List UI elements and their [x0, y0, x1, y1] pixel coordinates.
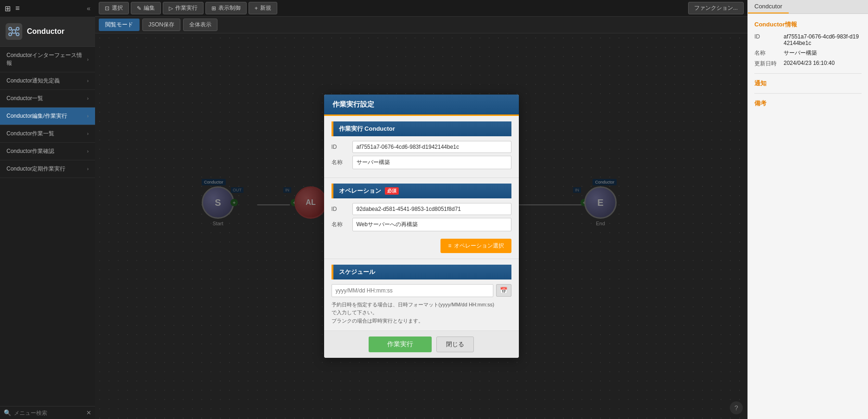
sidebar-nav: Conductorインターフェース情報 › Conductor通知先定義 › C…	[0, 47, 95, 406]
required-badge: 必須	[385, 187, 399, 195]
sidebar-logo	[6, 23, 22, 40]
svg-point-4	[16, 33, 19, 36]
conductor-section-header: 作業実行 Conductor	[332, 121, 511, 136]
new-button[interactable]: + 新規	[249, 2, 277, 14]
chevron-icon: ›	[87, 131, 89, 136]
sidebar-header: Conductor	[0, 17, 95, 47]
operation-name-label: 名称	[332, 221, 352, 229]
view-control-button[interactable]: ⊞ 表示制御	[205, 2, 247, 14]
json-save-button[interactable]: JSON保存	[142, 19, 180, 31]
sidebar-title: Conductor	[27, 27, 64, 36]
conductor-id-value: af7551a7-0676-4cd6-983f-d1942144be1c	[352, 141, 511, 153]
schedule-section-title: スケジュール	[339, 268, 375, 276]
notification-label: 通知	[754, 79, 862, 88]
svg-line-8	[15, 32, 16, 34]
select-button[interactable]: ⊡ 選択	[99, 2, 129, 14]
edit-icon: ✎	[137, 5, 141, 12]
list-icon[interactable]: ≡	[15, 4, 19, 13]
calendar-icon: 📅	[500, 287, 508, 294]
sidebar-item-notification[interactable]: Conductor通知先定義 ›	[0, 72, 95, 90]
schedule-input-row: 📅	[332, 284, 511, 297]
work-execute-button[interactable]: 作業実行	[369, 336, 432, 352]
conductor-tab[interactable]: Condcutor	[748, 0, 789, 13]
schedule-input[interactable]	[332, 284, 493, 297]
modal-overlay: 作業実行設定 作業実行 Conductor ID af7551a7-0676-4…	[95, 33, 747, 419]
memo-label: 備考	[754, 99, 862, 108]
operation-id-label: ID	[332, 206, 352, 212]
conductor-name-label: 名称	[332, 159, 352, 166]
right-panel-id-label: ID	[754, 33, 780, 46]
operation-id-field: ID 92dabea2-d581-4541-9853-1cd8051f8d71	[332, 203, 511, 215]
right-panel-updated-value: 2024/04/23 16:10:40	[784, 60, 835, 68]
view-mode-button[interactable]: 閲覧モード	[99, 19, 140, 31]
right-panel-tabs: Condcutor	[748, 0, 868, 14]
operation-name-value: Webサーバーへの再構築	[352, 218, 511, 231]
edit-button[interactable]: ✎ 編集	[131, 2, 161, 14]
toolbar: ⊡ 選択 ✎ 編集 ▷ 作業実行 ⊞ 表示制御 + 新規 ファンクション...	[95, 0, 747, 17]
execute-button[interactable]: ▷ 作業実行	[163, 2, 204, 14]
work-execute-modal: 作業実行設定 作業実行 Conductor ID af7551a7-0676-4…	[324, 95, 519, 358]
right-panel-name-label: 名称	[754, 49, 780, 57]
sidebar-item-scheduled[interactable]: Conductor定期作業実行 ›	[0, 160, 95, 178]
modal-title: 作業実行設定	[332, 100, 374, 108]
sidebar-top-bar: ⊞ ≡ «	[0, 0, 95, 17]
schedule-section-header: スケジュール	[332, 265, 511, 279]
function-button[interactable]: ファンクション...	[688, 2, 744, 14]
modal-close-button[interactable]: 閉じる	[436, 336, 474, 352]
collapse-icon[interactable]: «	[87, 5, 90, 12]
operation-section-header: オペレーション 必須	[332, 184, 511, 198]
select-icon: ⊡	[105, 5, 109, 12]
right-panel-content: Conductor情報 ID af7551a7-0676-4cd6-983f-d…	[748, 14, 868, 419]
conductor-name-value: サーバー構築	[352, 156, 511, 169]
right-panel-updated-label: 更新日時	[754, 60, 780, 68]
calendar-button[interactable]: 📅	[496, 284, 511, 297]
operation-select-button[interactable]: ≡ オペレーション選択	[440, 239, 511, 253]
chevron-icon: ›	[87, 78, 89, 83]
conductor-id-label: ID	[332, 144, 352, 150]
sidebar-item-edit[interactable]: Conductor編集/作業実行 ›	[0, 108, 95, 125]
right-panel-divider	[754, 73, 862, 74]
operation-id-value: 92dabea2-d581-4541-9853-1cd8051f8d71	[352, 203, 511, 215]
right-panel-updated-row: 更新日時 2024/04/23 16:10:40	[754, 60, 862, 68]
conductor-section-title: 作業実行 Conductor	[339, 125, 395, 133]
view-all-button[interactable]: 全体表示	[183, 19, 217, 31]
main-area: ⊡ 選択 ✎ 編集 ▷ 作業実行 ⊞ 表示制御 + 新規 ファンクション... …	[95, 0, 747, 419]
right-panel: Condcutor Conductor情報 ID af7551a7-0676-4…	[747, 0, 868, 419]
new-icon: +	[255, 5, 258, 12]
sub-toolbar: 閲覧モード JSON保存 全体表示	[95, 17, 747, 33]
view-icon: ⊞	[211, 5, 216, 12]
conductor-info-title: Conductor情報	[754, 20, 862, 29]
sidebar-item-work-list[interactable]: Conductor作業一覧 ›	[0, 125, 95, 143]
conductor-section: 作業実行 Conductor ID af7551a7-0676-4cd6-983…	[324, 116, 519, 178]
modal-footer: 作業実行 閉じる	[324, 331, 519, 358]
search-icon: 🔍	[4, 409, 11, 416]
right-panel-id-row: ID af7551a7-0676-4cd6-983f-d1942144be1c	[754, 33, 862, 46]
operation-section: オペレーション 必須 ID 92dabea2-d581-4541-9853-1c…	[324, 178, 519, 259]
sidebar-item-interface[interactable]: Conductorインターフェース情報 ›	[0, 47, 95, 72]
svg-point-1	[9, 27, 12, 30]
sidebar-item-work-confirm[interactable]: Conductor作業確認 ›	[0, 143, 95, 160]
sidebar: ⊞ ≡ « Conductor Conductorインターフェース情報 ›	[0, 0, 95, 419]
sidebar-item-list[interactable]: Conductor一覧 ›	[0, 90, 95, 108]
chevron-icon: ›	[87, 114, 89, 119]
modal-body: 作業実行 Conductor ID af7551a7-0676-4cd6-983…	[324, 116, 519, 331]
chevron-icon: ›	[87, 57, 89, 62]
search-input[interactable]	[14, 410, 83, 416]
execute-icon: ▷	[169, 5, 173, 12]
grid-icon[interactable]: ⊞	[5, 4, 11, 13]
svg-line-5	[12, 29, 13, 31]
schedule-hint: 予約日時を指定する場合は、日時フォーマット(yyyy/MM/dd HH:mm:s…	[332, 301, 511, 325]
clear-search-icon[interactable]: ✕	[86, 409, 91, 416]
chevron-icon: ›	[87, 96, 89, 101]
svg-point-3	[9, 33, 12, 36]
right-panel-divider2	[754, 93, 862, 94]
chevron-icon: ›	[87, 166, 89, 171]
canvas-area: Conductor OUT S + Start IN + AL	[95, 33, 747, 419]
chevron-icon: ›	[87, 149, 89, 154]
right-panel-id-value: af7551a7-0676-4cd6-983f-d1942144be1c	[784, 33, 862, 46]
operation-name-field: 名称 Webサーバーへの再構築	[332, 218, 511, 231]
schedule-section: スケジュール 📅 予約日時を指定する場合は、日時フォーマット(yyyy/MM/d…	[324, 259, 519, 331]
conductor-id-field: ID af7551a7-0676-4cd6-983f-d1942144be1c	[332, 141, 511, 153]
svg-point-2	[16, 27, 19, 30]
right-panel-name-row: 名称 サーバー構築	[754, 49, 862, 57]
